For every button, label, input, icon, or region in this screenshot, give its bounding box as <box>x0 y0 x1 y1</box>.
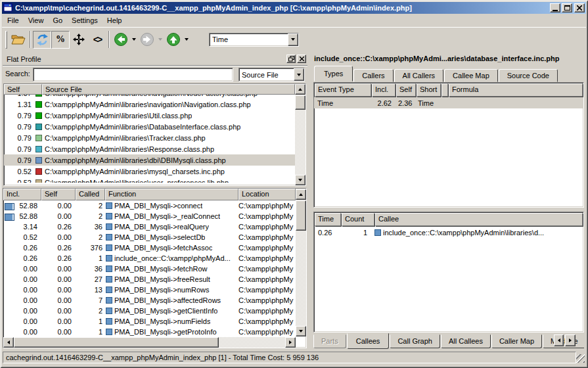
function-row[interactable]: 0.260.261include_once::C:\xampp\phpMyAd.… <box>3 253 296 264</box>
detail-top-tabs: TypesCallersAll CallersCallee MapSource … <box>314 66 585 82</box>
column-header[interactable] <box>441 83 448 97</box>
menu-go[interactable]: Go <box>48 14 67 26</box>
function-table: Incl.SelfCalledFunctionLocation 52.880.0… <box>3 188 307 348</box>
called-count: 2 <box>76 233 105 241</box>
up-dropdown[interactable] <box>183 31 191 49</box>
forward-button[interactable] <box>138 31 156 49</box>
source-file-row[interactable]: 1.31C:\xampp\phpMyAdmin\libraries\naviga… <box>4 99 295 110</box>
function-row[interactable]: 0.260.26376PMA_DBI_Mysqli->fetchAssocC:\… <box>3 242 296 253</box>
scroll-thumb[interactable] <box>296 200 306 231</box>
function-location: C:\xampp\phpMy <box>238 254 296 262</box>
combo-dropdown-button[interactable] <box>294 68 304 81</box>
source-file-row[interactable]: 0.79C:\xampp\phpMyAdmin\libraries\Tracke… <box>4 132 295 143</box>
function-row[interactable]: 52.880.002PMA_DBI_Mysqli->_realConnectC:… <box>3 211 296 221</box>
dock-float-button[interactable] <box>286 55 296 63</box>
event-type-row[interactable]: Time2.622.36Time <box>314 97 583 108</box>
toolbar-handle[interactable] <box>5 31 7 49</box>
source-file-row[interactable]: 0.79C:\xampp\phpMyAdmin\libraries\Util.c… <box>4 110 295 121</box>
tab-scroll-left-button[interactable] <box>554 334 564 346</box>
cycle-detection-button[interactable]: <> <box>88 31 106 49</box>
window-title: C:\xampp\tmp\cachegrind.out.1416463299-C… <box>15 4 549 12</box>
back-dropdown[interactable] <box>130 31 138 49</box>
tab-callee-map[interactable]: Callee Map <box>444 69 498 82</box>
scroll-thumb[interactable] <box>14 337 219 348</box>
source-file-row[interactable]: 0.52C:\xampp\phpMyAdmin\libraries\user_p… <box>4 177 295 183</box>
column-header[interactable]: Short <box>417 83 441 97</box>
scroll-up-button[interactable] <box>295 84 305 95</box>
function-table-vscrollbar[interactable] <box>296 189 306 336</box>
combo-dropdown-button[interactable] <box>288 34 298 46</box>
search-input[interactable] <box>33 68 233 81</box>
reload-button[interactable] <box>33 31 51 49</box>
function-row[interactable]: 0.000.001PMA_DBI_Mysqli->numFieldsC:\xam… <box>3 316 296 327</box>
scroll-right-button[interactable] <box>285 337 296 348</box>
minimize-button[interactable] <box>550 3 560 12</box>
function-row[interactable]: 0.000.002PMA_DBI_Mysqli->getClientInfoC:… <box>3 306 296 316</box>
scroll-down-button[interactable] <box>295 175 305 185</box>
column-header[interactable]: Time <box>315 213 341 226</box>
column-header[interactable]: Location <box>238 189 296 200</box>
function-row[interactable]: 0.000.001PMA_DBI_Mysqli->getProtoInfoC:\… <box>3 327 296 337</box>
dock-close-button[interactable] <box>297 55 306 63</box>
column-header[interactable]: Self <box>396 83 416 97</box>
menu-help[interactable]: Help <box>102 14 127 26</box>
scroll-left-button[interactable] <box>3 337 14 348</box>
function-table-hscrollbar[interactable] <box>3 336 296 348</box>
scroll-up-button[interactable] <box>296 189 306 200</box>
menu-file[interactable]: File <box>3 14 24 26</box>
source-file-row[interactable]: 0.79C:\xampp\phpMyAdmin\libraries\Databa… <box>4 121 295 132</box>
close-button[interactable] <box>574 3 585 12</box>
function-row[interactable]: 0.000.0036PMA_DBI_Mysqli->fetchRowC:\xam… <box>3 264 296 274</box>
tab-types[interactable]: Types <box>314 66 353 81</box>
column-header[interactable]: Function <box>105 189 238 200</box>
open-file-button[interactable] <box>9 31 28 49</box>
column-header[interactable]: Incl. <box>3 189 41 200</box>
scroll-thumb[interactable] <box>295 95 305 110</box>
source-file-name: C:\xampp\phpMyAdmin\libraries\mysql_char… <box>45 168 225 175</box>
tab-call-graph[interactable]: Call Graph <box>390 334 440 348</box>
function-name: PMA_DBI_Mysqli->affectedRows <box>114 296 221 304</box>
event-type-combobox[interactable]: Time <box>209 33 299 47</box>
resize-grip[interactable] <box>576 354 585 363</box>
forward-dropdown[interactable] <box>156 31 164 49</box>
menu-settings[interactable]: Settings <box>67 14 102 26</box>
menu-view[interactable]: View <box>24 14 49 26</box>
move-button[interactable] <box>70 31 88 49</box>
column-header[interactable]: Count <box>342 213 374 226</box>
function-row[interactable]: 0.520.002PMA_DBI_Mysqli->selectDbC:\xamp… <box>3 232 296 242</box>
function-row[interactable]: 3.140.2636PMA_DBI_Mysqli->realQueryC:\xa… <box>3 221 296 232</box>
maximize-button[interactable] <box>562 3 572 12</box>
column-header[interactable]: Source File <box>42 84 295 95</box>
function-row[interactable]: 0.000.007PMA_DBI_Mysqli->affectedRowsC:\… <box>3 295 296 306</box>
column-header[interactable]: Formula <box>449 83 583 97</box>
back-button[interactable] <box>112 31 130 49</box>
relative-percent-button[interactable]: % <box>51 31 70 49</box>
function-row[interactable]: 52.880.002PMA_DBI_Mysqli->connectC:\xamp… <box>3 200 296 211</box>
function-name-cell: PMA_DBI_Mysqli->freeResult <box>105 275 238 283</box>
scroll-down-button[interactable] <box>296 326 306 336</box>
file-color-icon <box>35 95 42 97</box>
column-header[interactable]: Self <box>4 84 42 95</box>
up-button[interactable] <box>164 31 183 49</box>
column-header[interactable]: Callee <box>375 213 583 226</box>
tab-caller-map[interactable]: Caller Map <box>491 334 542 348</box>
tab-scroll-right-button[interactable] <box>565 334 576 346</box>
group-combobox[interactable]: Source File <box>238 68 305 81</box>
tab-all-callees[interactable]: All Callees <box>441 334 491 348</box>
tab-callers[interactable]: Callers <box>353 69 393 82</box>
function-name-cell: PMA_DBI_Mysqli->affectedRows <box>105 296 238 304</box>
source-list-vscrollbar[interactable] <box>295 84 305 185</box>
tab-callees[interactable]: Callees <box>347 333 390 349</box>
source-file-row[interactable]: 0.79C:\xampp\phpMyAdmin\libraries\Respon… <box>4 143 295 154</box>
column-header[interactable]: Called <box>76 189 105 200</box>
tab-all-callers[interactable]: All Callers <box>394 69 444 82</box>
function-row[interactable]: 0.000.0013PMA_DBI_Mysqli->numRowsC:\xamp… <box>3 285 296 295</box>
tab-source-code[interactable]: Source Code <box>499 69 558 82</box>
column-header[interactable]: Event Type <box>315 83 371 97</box>
source-file-row[interactable]: 0.79C:\xampp\phpMyAdmin\libraries\dbi\DB… <box>4 154 295 166</box>
callee-row[interactable]: 0.261include_once::C:\xampp\phpMyAdmin\l… <box>314 227 583 238</box>
source-file-row[interactable]: 0.52C:\xampp\phpMyAdmin\libraries\mysql_… <box>4 166 295 177</box>
column-header[interactable]: Self <box>41 189 76 200</box>
column-header[interactable]: Incl. <box>372 83 396 97</box>
function-row[interactable]: 0.000.0027PMA_DBI_Mysqli->freeResultC:\x… <box>3 274 296 285</box>
